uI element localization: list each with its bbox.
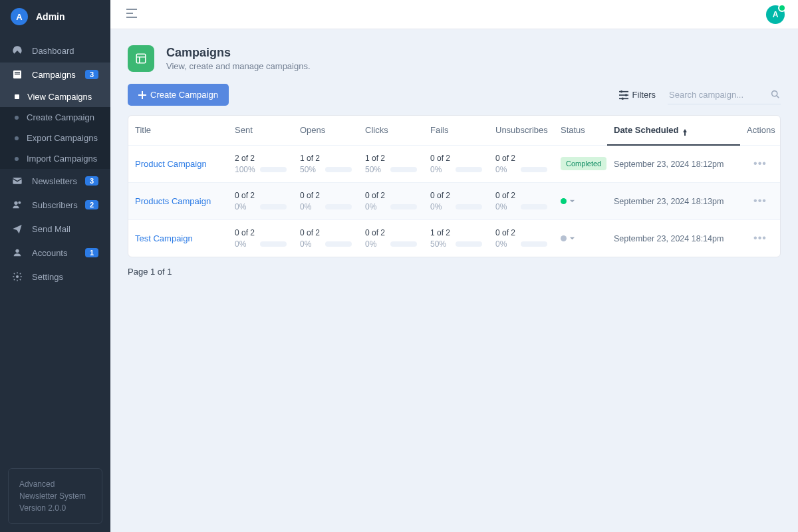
metric-count: 0 of 2	[495, 191, 547, 200]
send-icon	[12, 223, 23, 234]
metric-bar: 0%	[300, 202, 352, 211]
col-status[interactable]: Status	[554, 116, 607, 145]
campaign-title-link[interactable]: Product Campaign	[135, 159, 207, 169]
sidebar-item-dashboard[interactable]: Dashboard	[0, 39, 110, 63]
sidebar-sub-export-campaigns[interactable]: Export Campaigns	[0, 128, 110, 148]
svg-point-12	[624, 94, 627, 96]
accounts-icon	[12, 247, 23, 258]
metric-bar: 50%	[430, 239, 482, 249]
col-sent[interactable]: Sent	[228, 116, 293, 145]
sidebar-sub-label: Export Campaigns	[27, 133, 98, 143]
search-wrap	[668, 86, 781, 104]
metric-bar: 50%	[300, 165, 352, 174]
footer-line2: Version 2.0.0	[19, 502, 91, 514]
metric-bar: 0%	[235, 239, 287, 249]
col-actions[interactable]: Actions	[740, 116, 780, 145]
metric-bar: 0%	[365, 239, 417, 249]
search-input[interactable]	[668, 86, 781, 104]
search-icon[interactable]	[771, 90, 779, 100]
toolbar-right: Filters	[619, 86, 781, 104]
campaign-title-link[interactable]: Products Campaign	[135, 196, 211, 206]
sidebar: A Admin Dashboard Campaigns 3View Campai…	[0, 0, 110, 532]
sidebar-item-label: Settings	[32, 272, 98, 282]
plus-icon	[138, 91, 146, 99]
row-actions-button[interactable]: •••	[740, 182, 780, 219]
metric-percent: 0%	[365, 239, 385, 249]
status-dropdown[interactable]	[561, 198, 575, 204]
status-dot-icon	[561, 235, 567, 241]
metric-percent: 0%	[430, 165, 450, 174]
campaign-title-link[interactable]: Test Campaign	[135, 233, 193, 243]
table-header-row: TitleSentOpensClicksFailsUnsubscribesSta…	[128, 116, 780, 145]
sidebar-item-send-mail[interactable]: Send Mail	[0, 217, 110, 241]
brand[interactable]: A Admin	[0, 0, 110, 33]
sidebar-item-accounts[interactable]: Accounts 1	[0, 241, 110, 265]
metric-percent: 0%	[300, 239, 320, 249]
metric-percent: 0%	[235, 202, 255, 211]
brand-logo: A	[11, 8, 28, 25]
sidebar-sub-label: View Campaigns	[27, 92, 92, 102]
metric-count: 0 of 2	[300, 191, 352, 200]
filters-label: Filters	[632, 90, 656, 100]
brand-name: Admin	[36, 11, 65, 22]
progress-track	[521, 241, 547, 247]
create-campaign-label: Create Campaign	[150, 90, 218, 100]
table-row: Products Campaign0 of 2 0% 0 of 2 0% 0 o…	[128, 182, 780, 219]
sidebar-item-campaigns[interactable]: Campaigns 3	[0, 63, 110, 86]
row-actions-button[interactable]: •••	[740, 219, 780, 257]
page-subtitle: View, create and manage campaigns.	[166, 61, 311, 71]
chevron-down-icon	[569, 235, 575, 241]
sidebar-item-newsletters[interactable]: Newsletters 3	[0, 169, 110, 193]
status-badge: Completed	[561, 157, 606, 170]
row-actions-button[interactable]: •••	[740, 145, 780, 182]
metric-bar: 0%	[495, 239, 547, 249]
metric-bar: 100%	[235, 165, 287, 174]
sidebar-badge: 1	[85, 248, 98, 257]
progress-track	[521, 167, 547, 172]
sidebar-badge: 3	[85, 176, 98, 186]
col-fails[interactable]: Fails	[424, 116, 489, 145]
metric-percent: 0%	[300, 202, 320, 211]
progress-track	[325, 241, 352, 247]
toolbar: Create Campaign Filters	[128, 84, 781, 106]
metric-percent: 50%	[365, 165, 385, 174]
pagination: Page 1 of 1	[128, 267, 781, 277]
filters-button[interactable]: Filters	[619, 90, 656, 100]
metric-count: 0 of 2	[430, 191, 482, 200]
progress-track	[456, 167, 482, 172]
metric-bar: 0%	[495, 165, 547, 174]
progress-track	[260, 241, 287, 247]
sidebar-sub-view-campaigns[interactable]: View Campaigns	[0, 86, 110, 107]
sidebar-sub-create-campaign[interactable]: Create Campaign	[0, 107, 110, 128]
metric-bar: 0%	[430, 165, 482, 174]
people-icon	[12, 200, 23, 210]
progress-track	[260, 167, 287, 172]
user-avatar[interactable]: A	[766, 5, 785, 24]
progress-track	[390, 167, 417, 172]
metric-count: 1 of 2	[300, 154, 352, 163]
sidebar-sub-import-campaigns[interactable]: Import Campaigns	[0, 148, 110, 169]
sidebar-item-settings[interactable]: Settings	[0, 265, 110, 289]
col-title[interactable]: Title	[128, 116, 228, 145]
menu-toggle-icon[interactable]	[124, 6, 140, 23]
status-dropdown[interactable]	[561, 235, 575, 241]
date-scheduled: September 23, 2024 18:14pm	[614, 234, 724, 243]
campaigns-table: TitleSentOpensClicksFailsUnsubscribesSta…	[128, 116, 780, 257]
col-clicks[interactable]: Clicks	[358, 116, 424, 145]
metric-count: 0 of 2	[430, 154, 482, 163]
filter-icon	[619, 90, 628, 100]
sidebar-item-label: Newsletters	[32, 176, 85, 186]
svg-rect-3	[136, 54, 146, 63]
col-unsubscribes[interactable]: Unsubscribes	[489, 116, 554, 145]
table-row: Product Campaign2 of 2 100% 1 of 2 50% 1…	[128, 145, 780, 182]
sidebar-item-subscribers[interactable]: Subscribers 2	[0, 193, 110, 217]
col-opens[interactable]: Opens	[293, 116, 358, 145]
metric-count: 0 of 2	[300, 228, 352, 237]
progress-track	[390, 241, 417, 247]
svg-point-14	[772, 90, 777, 96]
sidebar-badge: 2	[85, 200, 98, 209]
progress-track	[456, 204, 482, 209]
create-campaign-button[interactable]: Create Campaign	[128, 84, 229, 106]
col-date-scheduled[interactable]: Date Scheduled	[607, 116, 740, 145]
settings-icon	[12, 271, 23, 282]
